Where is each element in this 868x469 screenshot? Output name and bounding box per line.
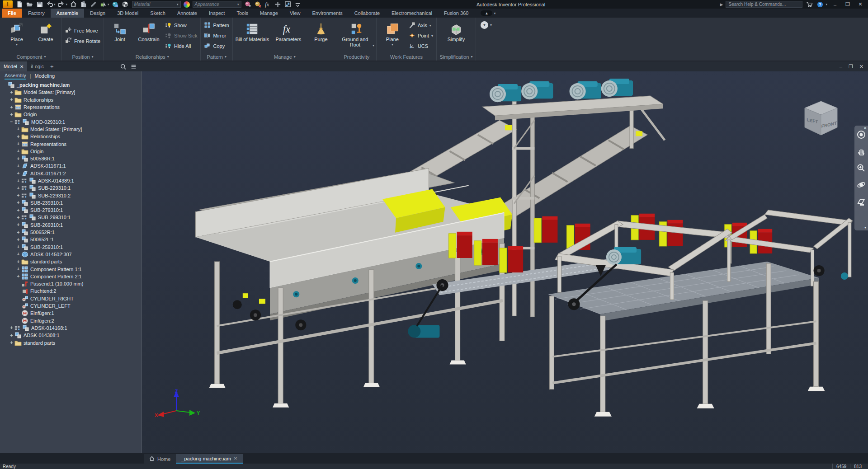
search-input[interactable]: Search Help & Commands...	[726, 1, 802, 8]
tree-row[interactable]: +SUB-239310:1	[2, 199, 141, 206]
expander-plus-icon[interactable]: +	[15, 237, 21, 242]
tree-row[interactable]: +Component Pattern 1:1	[2, 265, 141, 272]
store-cart-icon[interactable]	[805, 1, 813, 8]
ribbon-tab-file[interactable]: File	[2, 9, 22, 18]
ribbon-tab-factory[interactable]: Factory	[22, 9, 51, 18]
viewcube[interactable]: LEFT FRONT	[800, 96, 842, 138]
panels-icon[interactable]	[284, 1, 292, 8]
ribbon-tab-annotate[interactable]: Annotate	[171, 9, 203, 18]
ribbon-group-label-relationships[interactable]: Relationships▾	[106, 53, 198, 61]
pan-icon[interactable]	[857, 147, 866, 158]
ribbon-collapse-menu-arrow[interactable]: ▾	[490, 23, 492, 27]
expander-plus-icon[interactable]: +	[15, 193, 21, 198]
tree-row[interactable]: +Component Pattern 2:1	[2, 273, 141, 280]
add-browser-tab-button[interactable]: +	[47, 63, 57, 70]
close-icon[interactable]: ✕	[234, 456, 237, 461]
browser-subtab-assembly[interactable]: Assembly	[5, 73, 26, 80]
open-icon[interactable]	[25, 1, 33, 8]
ribbon-tab-collaborate[interactable]: Collaborate	[349, 9, 386, 18]
expander-plus-icon[interactable]: +	[15, 244, 21, 249]
ribbon-pattern-button[interactable]: Pattern	[203, 21, 230, 30]
tree-row[interactable]: +Model States: [Primary]	[2, 126, 141, 133]
expander-plus-icon[interactable]: +	[15, 149, 21, 154]
expander-minus-icon[interactable]: −	[9, 119, 14, 124]
ribbon-bill-of-materials-button[interactable]: Bill of Materials	[235, 20, 270, 52]
ribbon-tab-view[interactable]: View	[284, 9, 307, 18]
navbar-more-icon[interactable]: ▾	[864, 225, 866, 230]
tree-row[interactable]: +ADSK-014502:307	[2, 251, 141, 258]
tree-row[interactable]: +SUB-269310:1	[2, 221, 141, 229]
fusion-cloud-menu[interactable]: ▲▾	[481, 9, 495, 18]
ribbon-place-button[interactable]: Place▾	[3, 20, 31, 52]
select-menu-arrow[interactable]: ▾	[108, 3, 109, 6]
ribbon-joint-button[interactable]: Joint	[106, 20, 134, 52]
add-icon[interactable]	[274, 1, 282, 8]
expander-plus-icon[interactable]: +	[15, 164, 21, 169]
tree-row[interactable]: +Representations	[2, 140, 141, 147]
home-icon[interactable]	[69, 1, 77, 8]
ribbon-tab-manage[interactable]: Manage	[254, 9, 284, 18]
ribbon-ucs-button[interactable]: UCS	[407, 42, 434, 51]
ribbon-tab-environments[interactable]: Environments	[307, 9, 349, 18]
ribbon-mirror-button[interactable]: Mirror	[203, 32, 230, 40]
ribbon-show-button[interactable]: Show	[164, 21, 198, 30]
doc-minimize-button[interactable]: –	[840, 64, 842, 70]
redo-menu-arrow[interactable]: ▾	[66, 3, 68, 6]
ribbon-create-button[interactable]: Create	[32, 20, 60, 52]
expander-plus-icon[interactable]: +	[9, 90, 14, 95]
expander-plus-icon[interactable]: +	[15, 222, 21, 227]
tree-row[interactable]: +Model States: [Primary]	[2, 89, 141, 96]
undo-icon[interactable]	[45, 1, 53, 8]
document-tab--packing-machine-iam[interactable]: _packing machine.iam✕	[176, 454, 243, 464]
ribbon-tab-sketch[interactable]: Sketch	[144, 9, 171, 18]
tree-row[interactable]: +ADSK-014389:1	[2, 177, 141, 184]
tree-row[interactable]: +standard parts	[2, 258, 141, 265]
look-at-icon[interactable]	[857, 197, 866, 208]
search-icon[interactable]	[120, 64, 126, 70]
undo-menu-arrow[interactable]: ▾	[54, 3, 56, 6]
expander-plus-icon[interactable]: +	[15, 267, 21, 272]
minimize-button[interactable]: –	[830, 1, 840, 8]
expander-plus-icon[interactable]: +	[15, 171, 21, 176]
tree-row[interactable]: +Origin	[2, 111, 141, 118]
ribbon-tab-assemble[interactable]: Assemble	[51, 9, 84, 18]
paste-icon[interactable]	[79, 1, 87, 8]
tree-row[interactable]: +Representations	[2, 103, 141, 111]
inventor-logo[interactable]: I	[3, 0, 13, 8]
zoom-icon[interactable]	[857, 164, 866, 174]
restore-button[interactable]: ❐	[843, 1, 853, 8]
expander-plus-icon[interactable]: +	[9, 325, 14, 330]
ribbon-purge-button[interactable]: Purge	[307, 20, 335, 52]
tree-row[interactable]: +ADSK-014168:1	[2, 324, 141, 332]
expander-plus-icon[interactable]: +	[9, 97, 14, 102]
navigation-bar[interactable]: ✕ ▾	[854, 126, 868, 230]
expander-plus-icon[interactable]: +	[9, 105, 14, 110]
ribbon-plane-button[interactable]: Plane▾	[378, 20, 406, 52]
expander-plus-icon[interactable]: +	[15, 156, 21, 161]
ribbon-tab-electromechanical[interactable]: Electromechanical	[386, 9, 438, 18]
expander-plus-icon[interactable]: +	[9, 333, 14, 338]
expand-search-icon[interactable]: ▶	[720, 2, 723, 7]
expander-plus-icon[interactable]: +	[15, 259, 21, 264]
tree-row[interactable]: +ADSK-011671:2	[2, 170, 141, 177]
ribbon-axis-button[interactable]: Axis▾	[407, 21, 434, 30]
tree-row[interactable]: +ADSK-014308:1	[2, 332, 141, 339]
expander-plus-icon[interactable]: +	[15, 230, 21, 235]
tree-row[interactable]: Einfügen:2	[2, 317, 141, 324]
menu-icon[interactable]	[131, 64, 137, 70]
tree-row[interactable]: Passend:1 (10.000 mm)	[2, 280, 141, 287]
tree-row[interactable]: +SUB-229310:1	[2, 184, 141, 192]
browser-subtab-modeling[interactable]: Modeling	[35, 73, 55, 79]
help-icon[interactable]: ?	[816, 1, 824, 8]
expander-plus-icon[interactable]: +	[15, 134, 21, 139]
ribbon-copy-button[interactable]: Copy	[203, 42, 230, 51]
adjust-material-icon[interactable]	[244, 1, 252, 8]
ribbon-group-label-simplification[interactable]: Simplification▾	[439, 53, 474, 61]
close-icon[interactable]: ✕	[20, 64, 24, 69]
ribbon-tab-design[interactable]: Design	[84, 9, 111, 18]
fx-icon[interactable]: fx	[264, 1, 272, 8]
appearance-dropdown[interactable]: Appearance▾	[193, 1, 241, 8]
tree-row[interactable]: +SUB-259310:1	[2, 244, 141, 251]
expander-plus-icon[interactable]: +	[15, 178, 21, 183]
expander-plus-icon[interactable]: +	[15, 215, 21, 220]
